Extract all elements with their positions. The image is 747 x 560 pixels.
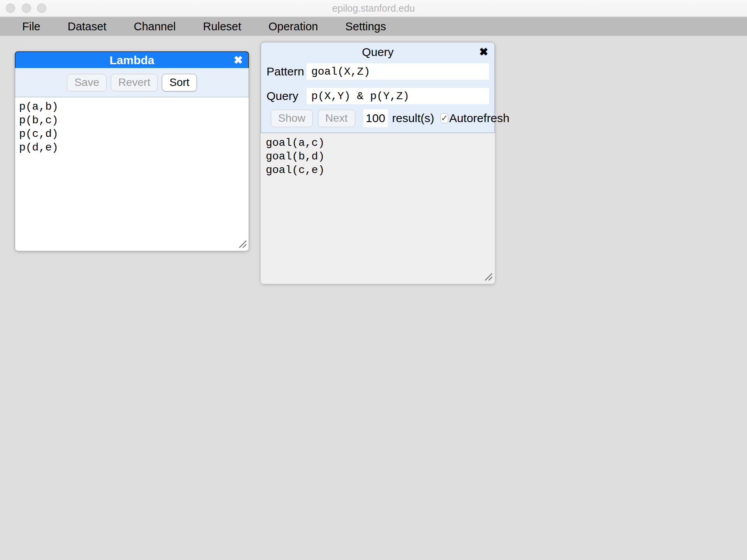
checkmark-icon: ✓ bbox=[441, 113, 448, 123]
query-controls-row: Show Next result(s) ✓ Autorefresh bbox=[271, 109, 494, 127]
lambda-toolbar: Save Revert Sort bbox=[15, 68, 249, 97]
page-title: epilog.stanford.edu bbox=[0, 0, 747, 17]
resize-handle-icon[interactable] bbox=[484, 273, 493, 281]
next-button[interactable]: Next bbox=[318, 110, 355, 127]
query-label: Query bbox=[267, 89, 307, 103]
lambda-window-title: Lambda bbox=[109, 54, 154, 67]
menubar: File Dataset Channel Ruleset Operation S… bbox=[0, 17, 747, 36]
query-results-output: goal(a,c) goal(b,d) goal(c,e) bbox=[261, 133, 495, 284]
query-window-title: Query bbox=[362, 46, 394, 59]
result-count-input[interactable] bbox=[363, 109, 388, 127]
pattern-input[interactable] bbox=[307, 63, 489, 80]
query-titlebar[interactable]: Query ✖ bbox=[261, 42, 494, 62]
lambda-window: Lambda ✖ Save Revert Sort p(a,b) p(b,c) … bbox=[15, 51, 249, 251]
sort-button[interactable]: Sort bbox=[162, 74, 196, 91]
menu-settings[interactable]: Settings bbox=[345, 20, 386, 33]
query-results-container: goal(a,c) goal(b,d) goal(c,e) bbox=[261, 133, 495, 284]
menu-channel[interactable]: Channel bbox=[134, 20, 176, 33]
autorefresh-label: Autorefresh bbox=[449, 112, 509, 125]
pattern-row: Pattern bbox=[267, 63, 489, 80]
lambda-editor-container: p(a,b) p(b,c) p(c,d) p(d,e) bbox=[15, 97, 249, 251]
resize-handle-icon[interactable] bbox=[238, 240, 247, 248]
close-icon[interactable]: ✖ bbox=[234, 54, 243, 67]
browser-titlebar: epilog.stanford.edu bbox=[0, 0, 747, 17]
menu-ruleset[interactable]: Ruleset bbox=[203, 20, 241, 33]
autorefresh-checkbox[interactable]: ✓ bbox=[440, 113, 448, 123]
menu-dataset[interactable]: Dataset bbox=[68, 20, 107, 33]
show-button[interactable]: Show bbox=[271, 110, 313, 127]
menu-file[interactable]: File bbox=[22, 20, 40, 33]
revert-button[interactable]: Revert bbox=[111, 74, 158, 91]
close-icon[interactable]: ✖ bbox=[479, 46, 488, 59]
query-row: Query bbox=[267, 88, 489, 104]
pattern-label: Pattern bbox=[267, 65, 307, 78]
menu-operation[interactable]: Operation bbox=[268, 20, 318, 33]
save-button[interactable]: Save bbox=[67, 74, 107, 91]
result-count-suffix: result(s) bbox=[392, 112, 434, 125]
query-window: Query ✖ Pattern Query Show Next result(s… bbox=[261, 42, 495, 284]
query-input[interactable] bbox=[307, 88, 489, 104]
lambda-editor-textarea[interactable]: p(a,b) p(b,c) p(c,d) p(d,e) bbox=[15, 97, 249, 251]
lambda-titlebar[interactable]: Lambda ✖ bbox=[15, 51, 249, 68]
